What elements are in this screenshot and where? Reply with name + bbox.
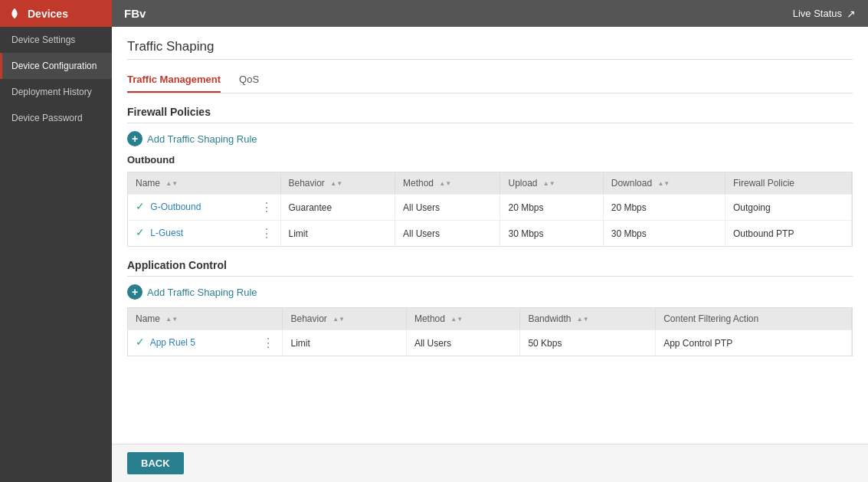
col-download: Download ▲▼	[603, 172, 725, 195]
app-row-behavior: Limit	[283, 330, 406, 356]
firewall-row-download: 30 Mbps	[603, 221, 725, 247]
back-button[interactable]: BACK	[127, 452, 184, 474]
table-row: ✓ App Ruel 5 ⋮ Limit All Users 50 Kbps A…	[128, 330, 852, 356]
sort-icon: ▲▼	[332, 316, 345, 323]
add-app-rule-button[interactable]: + Add Traffic Shaping Rule	[127, 284, 853, 300]
sort-icon: ▲▼	[165, 316, 178, 323]
kebab-menu-icon[interactable]: ⋮	[262, 336, 274, 350]
firewall-row-behavior: Guarantee	[280, 195, 395, 221]
rule-name-link[interactable]: App Ruel 5	[150, 337, 195, 348]
app-control-table-wrapper: Name ▲▼ Behavior ▲▼ Method ▲▼ Bandwidt	[127, 307, 853, 356]
col-behavior: Behavior ▲▼	[280, 172, 395, 195]
col-content-filtering: Content Filtering Action	[656, 308, 852, 330]
firewall-row-name: ✓ G-Outbound ⋮	[128, 195, 280, 221]
table-row: ✓ L-Guest ⋮ Limit All Users 30 Mbps 30 M…	[128, 221, 852, 247]
page-title: Traffic Shaping	[127, 39, 853, 54]
content-area: Traffic Shaping Traffic Management QoS F…	[112, 27, 868, 444]
sidebar-item-device-configuration[interactable]: Device Configuration	[0, 53, 112, 79]
sort-icon: ▲▼	[439, 181, 451, 187]
topbar-title: FBv	[124, 7, 146, 20]
firewall-table-wrapper: Name ▲▼ Behavior ▲▼ Method ▲▼ Upload	[127, 172, 853, 247]
firewall-row-name: ✓ L-Guest ⋮	[128, 221, 280, 247]
title-divider	[127, 59, 853, 60]
check-icon: ✓	[136, 336, 145, 348]
check-icon: ✓	[136, 226, 145, 238]
firewall-section-title: Firewall Policies	[127, 106, 853, 118]
flame-icon	[8, 7, 21, 21]
rule-name-link[interactable]: L-Guest	[150, 228, 183, 238]
outbound-label: Outbound	[127, 154, 853, 166]
sidebar-brand: Devices	[28, 8, 68, 20]
col-name: Name ▲▼	[128, 308, 283, 330]
firewall-row-upload: 30 Mbps	[500, 221, 603, 247]
firewall-row-policy: Outbound PTP	[726, 221, 852, 247]
app-row-name: ✓ App Ruel 5 ⋮	[128, 330, 283, 356]
firewall-table: Name ▲▼ Behavior ▲▼ Method ▲▼ Upload	[128, 172, 852, 246]
sidebar-header: Devices	[0, 0, 112, 27]
col-bandwidth: Bandwidth ▲▼	[520, 308, 656, 330]
firewall-row-method: All Users	[395, 221, 500, 247]
sidebar: Devices Device Settings Device Configura…	[0, 0, 112, 482]
app-row-bandwidth: 50 Kbps	[520, 330, 656, 356]
col-upload: Upload ▲▼	[500, 172, 603, 195]
firewall-row-upload: 20 Mbps	[500, 195, 603, 221]
sidebar-item-device-settings[interactable]: Device Settings	[0, 27, 112, 53]
kebab-menu-icon[interactable]: ⋮	[260, 226, 273, 241]
sort-icon: ▲▼	[577, 316, 589, 323]
rule-name-link[interactable]: G-Outbound	[150, 202, 201, 212]
sort-icon: ▲▼	[330, 181, 342, 187]
topbar: FBv Live Status ↗	[112, 0, 868, 27]
plus-circle-icon-2: +	[127, 284, 142, 300]
col-behavior: Behavior ▲▼	[283, 308, 406, 330]
sort-icon: ▲▼	[543, 181, 555, 187]
col-name: Name ▲▼	[128, 172, 280, 195]
check-icon: ✓	[136, 200, 145, 212]
live-status-button[interactable]: Live Status ↗	[793, 8, 856, 20]
app-row-content-filtering: App Control PTP	[656, 330, 852, 356]
firewall-row-method: All Users	[395, 195, 500, 221]
sort-icon: ▲▼	[657, 181, 670, 187]
plus-circle-icon: +	[127, 131, 142, 146]
app-control-table: Name ▲▼ Behavior ▲▼ Method ▲▼ Bandwidt	[128, 308, 852, 356]
col-method: Method ▲▼	[406, 308, 520, 330]
col-method: Method ▲▼	[395, 172, 500, 195]
app-row-method: All Users	[406, 330, 520, 356]
table-row: ✓ G-Outbound ⋮ Guarantee All Users 20 Mb…	[128, 195, 852, 221]
tab-traffic-management[interactable]: Traffic Management	[127, 69, 221, 93]
bottom-bar: BACK	[112, 444, 868, 482]
app-control-divider	[127, 276, 853, 277]
main: FBv Live Status ↗ Traffic Shaping Traffi…	[112, 0, 868, 482]
add-firewall-rule-button[interactable]: + Add Traffic Shaping Rule	[127, 131, 853, 146]
firewall-divider	[127, 123, 853, 123]
sidebar-item-deployment-history[interactable]: Deployment History	[0, 79, 112, 105]
sidebar-item-device-password[interactable]: Device Password	[0, 105, 112, 131]
tab-qos[interactable]: QoS	[239, 69, 259, 93]
kebab-menu-icon[interactable]: ⋮	[260, 200, 273, 215]
sort-icon: ▲▼	[450, 316, 463, 323]
col-firewall-policy: Firewall Policie	[726, 172, 852, 195]
tabs: Traffic Management QoS	[127, 69, 853, 93]
firewall-row-download: 20 Mbps	[603, 195, 725, 221]
external-link-icon: ↗	[847, 8, 856, 20]
firewall-row-behavior: Limit	[280, 221, 395, 247]
sort-icon: ▲▼	[165, 181, 178, 187]
firewall-row-policy: Outgoing	[726, 195, 852, 221]
app-control-section-title: Application Control	[127, 259, 853, 271]
